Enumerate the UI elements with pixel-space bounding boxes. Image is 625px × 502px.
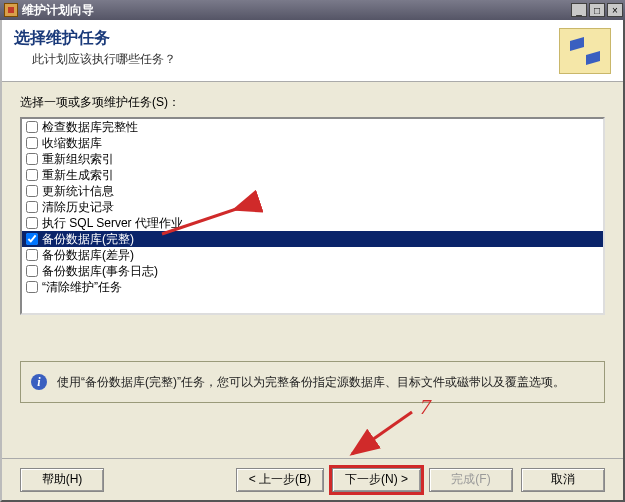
close-button[interactable]: × xyxy=(607,3,623,17)
page-subtitle: 此计划应该执行哪些任务？ xyxy=(14,51,559,68)
task-checkbox[interactable] xyxy=(26,169,38,181)
task-item[interactable]: 检查数据库完整性 xyxy=(22,119,603,135)
task-item[interactable]: 备份数据库(完整) xyxy=(22,231,603,247)
task-label: “清除维护”任务 xyxy=(42,279,122,296)
annotation-arrow-2 xyxy=(342,404,432,464)
task-checkbox[interactable] xyxy=(26,121,38,133)
task-item[interactable]: “清除维护”任务 xyxy=(22,279,603,295)
task-label: 重新组织索引 xyxy=(42,151,114,168)
wizard-icon xyxy=(559,28,611,74)
window-body: 选择维护任务 此计划应该执行哪些任务？ 选择一项或多项维护任务(S)： 检查数据… xyxy=(0,20,625,502)
task-item[interactable]: 重新组织索引 xyxy=(22,151,603,167)
task-label: 更新统计信息 xyxy=(42,183,114,200)
task-label: 备份数据库(事务日志) xyxy=(42,263,158,280)
task-label: 备份数据库(差异) xyxy=(42,247,134,264)
wizard-header: 选择维护任务 此计划应该执行哪些任务？ xyxy=(2,20,623,82)
next-button[interactable]: 下一步(N) > xyxy=(332,468,421,492)
task-checkbox[interactable] xyxy=(26,185,38,197)
task-item[interactable]: 清除历史记录 xyxy=(22,199,603,215)
task-checkbox[interactable] xyxy=(26,233,38,245)
tasks-listbox[interactable]: 检查数据库完整性收缩数据库重新组织索引重新生成索引更新统计信息清除历史记录执行 … xyxy=(20,117,605,315)
wizard-footer: 帮助(H) < 上一步(B) 下一步(N) > 完成(F) 取消 xyxy=(2,458,623,500)
description-text: 使用“备份数据库(完整)”任务，您可以为完整备份指定源数据库、目标文件或磁带以及… xyxy=(57,374,565,391)
task-label: 检查数据库完整性 xyxy=(42,119,138,136)
window-title: 维护计划向导 xyxy=(22,2,571,19)
help-button[interactable]: 帮助(H) xyxy=(20,468,104,492)
task-checkbox[interactable] xyxy=(26,249,38,261)
back-button[interactable]: < 上一步(B) xyxy=(236,468,324,492)
svg-line-3 xyxy=(352,412,412,454)
task-checkbox[interactable] xyxy=(26,265,38,277)
task-checkbox[interactable] xyxy=(26,217,38,229)
task-checkbox[interactable] xyxy=(26,137,38,149)
app-icon xyxy=(4,3,18,17)
task-item[interactable]: 执行 SQL Server 代理作业 xyxy=(22,215,603,231)
task-item[interactable]: 备份数据库(差异) xyxy=(22,247,603,263)
task-label: 重新生成索引 xyxy=(42,167,114,184)
task-item[interactable]: 更新统计信息 xyxy=(22,183,603,199)
task-checkbox[interactable] xyxy=(26,153,38,165)
titlebar: 维护计划向导 _ □ × xyxy=(0,0,625,20)
tasks-label: 选择一项或多项维护任务(S)： xyxy=(20,94,605,111)
finish-button[interactable]: 完成(F) xyxy=(429,468,513,492)
task-item[interactable]: 重新生成索引 xyxy=(22,167,603,183)
maximize-button[interactable]: □ xyxy=(589,3,605,17)
task-label: 备份数据库(完整) xyxy=(42,231,134,248)
cancel-button[interactable]: 取消 xyxy=(521,468,605,492)
page-title: 选择维护任务 xyxy=(14,28,559,49)
content-area: 选择一项或多项维护任务(S)： 检查数据库完整性收缩数据库重新组织索引重新生成索… xyxy=(2,82,623,458)
minimize-button[interactable]: _ xyxy=(571,3,587,17)
task-label: 收缩数据库 xyxy=(42,135,102,152)
info-icon: i xyxy=(31,374,47,390)
task-checkbox[interactable] xyxy=(26,281,38,293)
description-panel: i 使用“备份数据库(完整)”任务，您可以为完整备份指定源数据库、目标文件或磁带… xyxy=(20,361,605,403)
task-checkbox[interactable] xyxy=(26,201,38,213)
task-item[interactable]: 收缩数据库 xyxy=(22,135,603,151)
task-label: 执行 SQL Server 代理作业 xyxy=(42,215,183,232)
task-label: 清除历史记录 xyxy=(42,199,114,216)
task-item[interactable]: 备份数据库(事务日志) xyxy=(22,263,603,279)
